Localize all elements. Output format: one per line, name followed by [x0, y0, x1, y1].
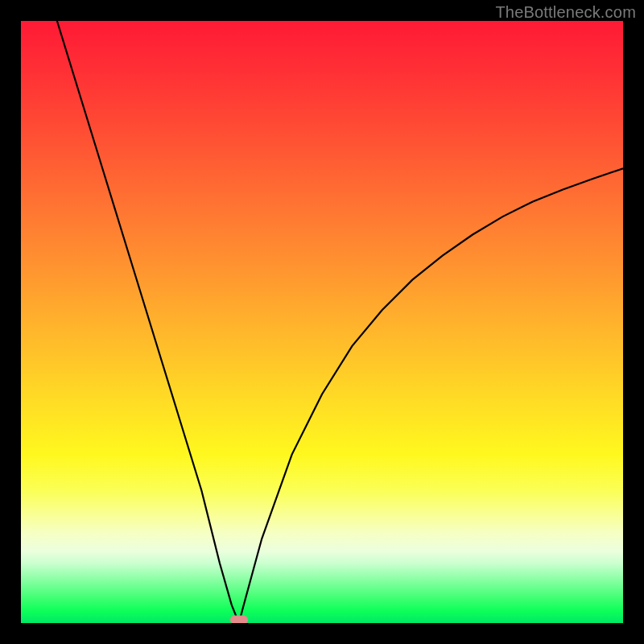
plot-area [21, 21, 623, 623]
watermark-text: TheBottleneck.com [495, 3, 636, 22]
bottleneck-curve [21, 21, 623, 623]
chart-frame: TheBottleneck.com [0, 0, 644, 644]
optimal-point-marker [230, 615, 248, 623]
